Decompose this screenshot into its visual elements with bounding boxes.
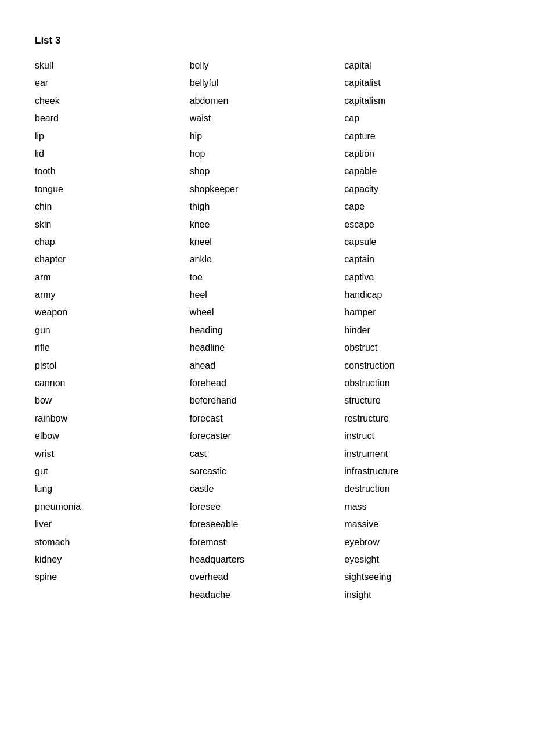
list-item: construction [344,357,499,375]
list-item: spine [35,568,190,586]
list-title: List 3 [35,35,499,46]
word-column-2: bellybellyfulabdomenwaisthiphopshopshopk… [190,57,345,604]
list-item: liver [35,516,190,533]
list-item: overhead [190,568,345,586]
list-item: handicap [344,286,499,304]
list-item: forecaster [190,427,345,445]
list-item: mass [344,498,499,516]
list-item: foreseeable [190,516,345,533]
list-item: forecast [190,410,345,427]
list-item: foresee [190,498,345,516]
list-item: skull [35,57,190,74]
list-item: lid [35,145,190,163]
list-item: headline [190,339,345,357]
list-item: obstruction [344,375,499,392]
list-item: obstruct [344,339,499,357]
list-item: capitalism [344,92,499,110]
list-item: cheek [35,92,190,110]
list-item: capacity [344,181,499,198]
list-item: abdomen [190,92,345,110]
list-item: capture [344,128,499,145]
list-item: escape [344,216,499,233]
list-item: capital [344,57,499,74]
word-column-3: capitalcapitalistcapitalismcapcapturecap… [344,57,499,604]
list-item: ear [35,74,190,92]
list-item: headquarters [190,551,345,568]
list-item: waist [190,110,345,127]
list-item: chin [35,198,190,215]
list-item: heel [190,286,345,304]
list-item: thigh [190,198,345,215]
list-item: arm [35,269,190,286]
list-item: instrument [344,445,499,463]
list-item: lung [35,480,190,498]
list-item: elbow [35,427,190,445]
list-item: chap [35,233,190,251]
list-item: insight [344,586,499,604]
list-item: capsule [344,233,499,251]
list-item: restructure [344,410,499,427]
list-item: beard [35,110,190,127]
word-column-1: skullearcheekbeardliplidtoothtonguechins… [35,57,190,604]
list-item: cap [344,110,499,127]
list-item: instruct [344,427,499,445]
list-item: lip [35,128,190,145]
list-item: cast [190,445,345,463]
list-item: headache [190,586,345,604]
list-item: tongue [35,181,190,198]
list-item: pistol [35,357,190,375]
list-item: forehead [190,375,345,392]
list-item: cannon [35,375,190,392]
list-item: structure [344,392,499,409]
list-item: kidney [35,551,190,568]
page-container: List 3 skullearcheekbeardliplidtoothtong… [35,35,499,604]
list-item: knee [190,216,345,233]
list-item: destruction [344,480,499,498]
list-item: toe [190,269,345,286]
list-item: ankle [190,251,345,268]
list-item: gun [35,322,190,339]
list-item: foremost [190,534,345,551]
list-item: hinder [344,322,499,339]
list-item: eyebrow [344,534,499,551]
list-item: captive [344,269,499,286]
list-item: chapter [35,251,190,268]
list-item: rainbow [35,410,190,427]
list-item: bellyful [190,74,345,92]
list-item: wheel [190,304,345,321]
list-item: tooth [35,163,190,180]
list-item: castle [190,480,345,498]
list-item: massive [344,516,499,533]
list-item: skin [35,216,190,233]
list-item: sarcastic [190,463,345,480]
list-item: army [35,286,190,304]
list-item: infrastructure [344,463,499,480]
list-item: eyesight [344,551,499,568]
list-item: beforehand [190,392,345,409]
list-item: hamper [344,304,499,321]
list-item: stomach [35,534,190,551]
list-item: captain [344,251,499,268]
list-item: shopkeeper [190,181,345,198]
list-item: heading [190,322,345,339]
list-item: cape [344,198,499,215]
list-item: bow [35,392,190,409]
list-item: capable [344,163,499,180]
list-item: caption [344,145,499,163]
list-item: weapon [35,304,190,321]
list-item: ahead [190,357,345,375]
list-item: wrist [35,445,190,463]
list-item: shop [190,163,345,180]
list-item: rifle [35,339,190,357]
list-item: belly [190,57,345,74]
word-columns: skullearcheekbeardliplidtoothtonguechins… [35,57,499,604]
list-item: sightseeing [344,568,499,586]
list-item: pneumonia [35,498,190,516]
list-item: kneel [190,233,345,251]
list-item: capitalist [344,74,499,92]
list-item: hop [190,145,345,163]
list-item: hip [190,128,345,145]
list-item: gut [35,463,190,480]
